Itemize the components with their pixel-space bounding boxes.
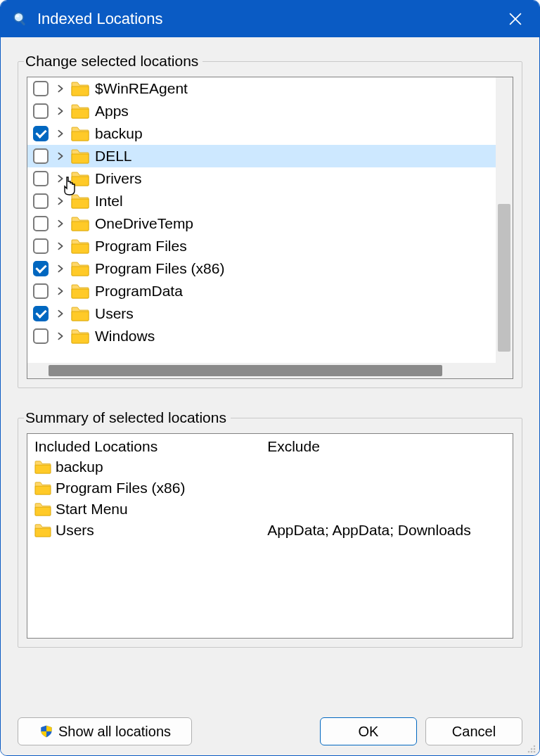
included-location-row[interactable]: Start Menu	[34, 499, 253, 520]
svg-point-6	[531, 748, 533, 750]
horizontal-scroll-thumb[interactable]	[49, 365, 442, 376]
folder-icon	[71, 193, 89, 209]
show-all-label: Show all locations	[58, 724, 171, 740]
tree-viewport[interactable]: $WinREAgent Apps backup DELL Drivers Int…	[27, 77, 496, 363]
ok-button[interactable]: OK	[320, 717, 417, 745]
horizontal-scrollbar[interactable]	[27, 363, 513, 378]
included-location-row[interactable]: backup	[34, 456, 253, 478]
summary-pane: Included Locations backup Program Files …	[27, 433, 513, 639]
expand-chevron-icon[interactable]	[53, 238, 68, 254]
tree-row[interactable]: Apps	[27, 100, 496, 122]
expand-chevron-icon[interactable]	[53, 261, 68, 276]
window-title: Indexed Locations	[37, 10, 500, 28]
tree-row[interactable]: Windows	[27, 325, 496, 347]
search-index-icon	[11, 9, 30, 29]
checkbox[interactable]	[33, 193, 49, 209]
tree-row[interactable]: Program Files	[27, 235, 496, 257]
tree-row[interactable]: ProgramData	[27, 280, 496, 302]
checkbox[interactable]	[33, 81, 49, 96]
tree-row[interactable]: DELL	[27, 145, 496, 167]
exclude-header: Exclude	[267, 438, 506, 455]
folder-label: DELL	[92, 148, 132, 165]
checkbox[interactable]	[33, 261, 49, 276]
tree-row[interactable]: backup	[27, 122, 496, 145]
show-all-locations-button[interactable]: Show all locations	[18, 717, 192, 745]
svg-point-8	[528, 751, 530, 753]
svg-point-2	[16, 15, 20, 17]
checkbox[interactable]	[33, 103, 49, 119]
checkbox[interactable]	[33, 238, 49, 254]
tree-row[interactable]: OneDriveTemp	[27, 212, 496, 235]
expand-chevron-icon[interactable]	[53, 126, 68, 141]
folder-icon	[71, 103, 89, 119]
folder-icon	[71, 216, 89, 231]
folder-icon	[71, 283, 89, 299]
button-bar: Show all locations OK Cancel	[18, 713, 522, 745]
checkbox[interactable]	[33, 306, 49, 321]
folder-label: Intel	[92, 193, 123, 210]
folder-icon	[34, 502, 51, 516]
included-header: Included Locations	[34, 438, 253, 455]
expand-chevron-icon[interactable]	[53, 81, 68, 96]
expand-chevron-icon[interactable]	[53, 283, 68, 299]
checkbox[interactable]	[33, 148, 49, 164]
folder-icon	[71, 148, 89, 164]
folder-icon	[34, 523, 51, 537]
exclude-row	[267, 478, 506, 499]
included-location-label: backup	[56, 459, 103, 475]
exclude-column: Exclude AppData; AppData; Downloads	[260, 434, 513, 638]
svg-point-10	[534, 751, 536, 753]
folder-label: Windows	[92, 328, 155, 345]
tree-row[interactable]: Program Files (x86)	[27, 257, 496, 280]
tree-row[interactable]: Intel	[27, 190, 496, 212]
checkbox[interactable]	[33, 216, 49, 231]
folder-label: backup	[92, 125, 143, 142]
expand-chevron-icon[interactable]	[53, 193, 68, 209]
checkbox[interactable]	[33, 126, 49, 141]
vertical-scroll-thumb[interactable]	[498, 204, 510, 352]
tree-row[interactable]: Drivers	[27, 167, 496, 190]
cancel-button[interactable]: Cancel	[425, 717, 522, 745]
folder-label: Program Files (x86)	[92, 260, 224, 277]
expand-chevron-icon[interactable]	[53, 148, 68, 164]
ok-label: OK	[359, 724, 379, 740]
uac-shield-icon	[39, 724, 54, 739]
expand-chevron-icon[interactable]	[53, 103, 68, 119]
svg-rect-1	[20, 20, 25, 26]
folder-label: Program Files	[92, 238, 187, 255]
exclude-text: AppData; AppData; Downloads	[267, 522, 471, 539]
cancel-label: Cancel	[452, 724, 496, 740]
close-button[interactable]	[500, 4, 531, 34]
folder-icon	[71, 171, 89, 186]
expand-chevron-icon[interactable]	[53, 306, 68, 321]
folder-icon	[34, 460, 51, 474]
svg-point-5	[534, 745, 536, 748]
included-location-row[interactable]: Program Files (x86)	[34, 478, 253, 499]
folder-label: ProgramData	[92, 283, 183, 300]
summary-group: Summary of selected locations Included L…	[18, 409, 522, 648]
checkbox[interactable]	[33, 328, 49, 344]
included-location-label: Users	[56, 522, 94, 539]
folder-icon	[34, 481, 51, 495]
resize-grip-icon[interactable]	[525, 741, 536, 752]
expand-chevron-icon[interactable]	[53, 216, 68, 231]
tree-row[interactable]: Users	[27, 302, 496, 325]
folder-icon	[71, 261, 89, 276]
dialog-body: Change selected locations $WinREAgent Ap…	[1, 37, 539, 755]
folder-icon	[71, 81, 89, 96]
change-locations-legend: Change selected locations	[24, 53, 202, 70]
vertical-scrollbar[interactable]	[496, 77, 513, 363]
included-location-label: Program Files (x86)	[56, 480, 185, 496]
summary-legend: Summary of selected locations	[24, 409, 231, 426]
exclude-row: AppData; AppData; Downloads	[267, 520, 506, 541]
checkbox[interactable]	[33, 171, 49, 186]
expand-chevron-icon[interactable]	[53, 328, 68, 344]
folder-icon	[71, 126, 89, 141]
locations-tree: $WinREAgent Apps backup DELL Drivers Int…	[27, 77, 513, 379]
folder-icon	[71, 328, 89, 344]
checkbox[interactable]	[33, 283, 49, 299]
expand-chevron-icon[interactable]	[53, 171, 68, 186]
included-location-row[interactable]: Users	[34, 520, 253, 541]
tree-row[interactable]: $WinREAgent	[27, 77, 496, 100]
folder-label: Drivers	[92, 170, 142, 187]
